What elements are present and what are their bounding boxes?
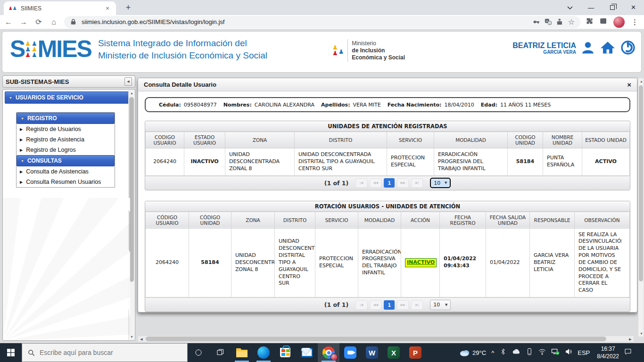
- network-shield-icon[interactable]: [551, 348, 560, 357]
- search-input[interactable]: [40, 349, 172, 356]
- keyboard-language-label[interactable]: ESP: [578, 349, 590, 356]
- window-chevron-icon[interactable]: [559, 0, 580, 15]
- word-button[interactable]: W: [361, 343, 383, 362]
- sidebar-item-usuarios-de-servicio[interactable]: ▼ USUARIOS DE SERVICIO: [5, 91, 133, 104]
- task-view-button[interactable]: [209, 343, 231, 362]
- next-page-button[interactable]: ▶▶: [397, 300, 409, 310]
- column-header[interactable]: RESPONSABLE: [530, 212, 575, 228]
- action-center-icon[interactable]: [624, 348, 632, 357]
- bluetooth-icon[interactable]: [499, 348, 507, 357]
- url-text[interactable]: siimies.inclusion.gob.ec/SIIMIES/vistas/…: [82, 18, 528, 25]
- chrome-button[interactable]: [318, 343, 339, 362]
- translate-icon[interactable]: A文: [545, 18, 552, 25]
- column-header[interactable]: CÓDIGO UNIDAD: [189, 212, 231, 228]
- column-header[interactable]: OBSERVACIÓN: [575, 212, 630, 228]
- scrollbar-thumb[interactable]: [146, 337, 606, 341]
- column-header[interactable]: MODALIDAD: [434, 132, 508, 148]
- edge-button[interactable]: [253, 343, 274, 362]
- microsoft-store-button[interactable]: [274, 343, 296, 362]
- browser-tab[interactable]: ♟♟ SIIMIES ×: [4, 1, 116, 15]
- column-header[interactable]: ZONA: [225, 132, 295, 148]
- prev-page-button[interactable]: ◀◀: [370, 300, 381, 310]
- column-header[interactable]: DISTRITO: [275, 212, 315, 228]
- scrollbar-thumb[interactable]: [639, 85, 643, 281]
- bookmark-star-icon[interactable]: ☆: [568, 17, 575, 26]
- clock-widget[interactable]: 16:37 8/4/2022: [597, 345, 619, 360]
- sidebar-scrollbar[interactable]: ▲ ▼: [128, 90, 134, 340]
- scroll-down-icon[interactable]: ▼: [638, 330, 644, 337]
- scroll-up-icon[interactable]: ▲: [638, 78, 644, 84]
- password-key-icon[interactable]: [533, 18, 540, 25]
- first-page-button[interactable]: |◀: [355, 300, 367, 310]
- column-header[interactable]: ZONA: [231, 212, 275, 228]
- main-vertical-scrollbar[interactable]: ▲ ▼: [638, 78, 644, 337]
- taskbar-search[interactable]: [22, 343, 188, 362]
- column-header[interactable]: ESTADO USUARIO: [184, 132, 225, 148]
- cortana-button[interactable]: [188, 343, 209, 362]
- window-restore-button[interactable]: [602, 0, 623, 15]
- back-icon[interactable]: ←: [4, 18, 13, 26]
- sidebar-item-registro-usuarios[interactable]: ▶ Registro de Usuarios: [17, 124, 115, 134]
- column-header[interactable]: MODALIDAD: [358, 212, 401, 228]
- volume-icon[interactable]: [565, 348, 572, 357]
- address-bar[interactable]: siimies.inclusion.gob.ec/SIIMIES/vistas/…: [64, 16, 580, 28]
- logout-power-icon[interactable]: [620, 40, 636, 57]
- column-header[interactable]: CODIGO USUARIO: [146, 132, 184, 148]
- profile-avatar[interactable]: [613, 16, 625, 28]
- your-phone-icon[interactable]: [526, 348, 533, 357]
- window-close-button[interactable]: ×: [623, 0, 644, 15]
- tray-chevron-icon[interactable]: ^: [491, 349, 494, 356]
- last-page-button[interactable]: ▶|: [411, 300, 423, 310]
- close-icon[interactable]: ×: [627, 81, 631, 89]
- mail-button[interactable]: [296, 343, 318, 362]
- sidebar-collapse-button[interactable]: ◀: [124, 77, 132, 86]
- share-icon[interactable]: [556, 18, 563, 25]
- powerpoint-button[interactable]: P: [405, 343, 426, 362]
- wifi-icon[interactable]: [538, 348, 546, 357]
- extensions-puzzle-icon[interactable]: [586, 17, 593, 26]
- page-size-select[interactable]: 10 ▼: [430, 178, 451, 188]
- new-tab-button[interactable]: +: [122, 1, 135, 14]
- sidebar-item-registro-logros[interactable]: ▶ Registro de Logros: [17, 145, 115, 155]
- column-header[interactable]: SERVICIO: [315, 212, 358, 228]
- page-size-select[interactable]: 10 ▼: [430, 300, 451, 310]
- column-header[interactable]: NOMBRE UNIDAD: [543, 132, 582, 148]
- column-header[interactable]: SERVICIO: [387, 132, 434, 148]
- column-header[interactable]: ACCIÓN: [401, 212, 440, 228]
- column-header[interactable]: FECHA SALIDA UNIDAD: [486, 212, 530, 228]
- column-header[interactable]: DISTRITO: [295, 132, 387, 148]
- column-header[interactable]: CÓDIGO USUARIO: [146, 212, 189, 228]
- scrollbar-thumb[interactable]: [129, 97, 134, 282]
- current-page-button[interactable]: 1: [384, 178, 395, 188]
- window-minimize-button[interactable]: —: [580, 0, 602, 15]
- tab-close-icon[interactable]: ×: [104, 5, 111, 12]
- sidebar-section-consultas[interactable]: ▼ CONSULTAS: [17, 155, 115, 166]
- start-button[interactable]: [0, 343, 22, 362]
- scroll-up-icon[interactable]: ▲: [129, 90, 135, 96]
- last-page-button[interactable]: ▶|: [411, 178, 423, 188]
- first-page-button[interactable]: |◀: [355, 178, 367, 188]
- next-page-button[interactable]: ▶▶: [397, 178, 409, 188]
- weather-widget[interactable]: 29°C: [459, 348, 486, 357]
- browser-menu-kebab-icon[interactable]: ⋮: [631, 18, 638, 26]
- file-explorer-button[interactable]: [231, 343, 253, 362]
- scroll-down-icon[interactable]: ▼: [129, 334, 135, 340]
- table-row[interactable]: 2064240 58184 UNIDAD DESCONCENTRADA ZONA…: [146, 228, 630, 297]
- home-nav-icon[interactable]: [600, 41, 616, 57]
- side-panel-icon[interactable]: [600, 17, 607, 26]
- current-page-button[interactable]: 1: [384, 300, 395, 310]
- excel-button[interactable]: X: [383, 343, 405, 362]
- main-horizontal-scrollbar[interactable]: ◀ ▶: [138, 336, 634, 342]
- scroll-left-icon[interactable]: ◀: [138, 336, 145, 343]
- column-header[interactable]: CODIGO UNIDAD: [508, 132, 543, 148]
- sidebar-item-registro-asistencia[interactable]: ▶ Registro de Asistencia: [17, 134, 115, 145]
- forward-icon[interactable]: →: [19, 18, 28, 26]
- column-header[interactable]: FECHA REGISTRO: [440, 212, 486, 228]
- sidebar-item-consulta-resumen[interactable]: ▶ Consulta Resumen Usuarios: [17, 177, 115, 187]
- user-profile-icon[interactable]: [581, 41, 595, 57]
- sidebar-section-registro[interactable]: ▼ REGISTRO: [17, 113, 115, 124]
- sidebar-item-consulta-asistencias[interactable]: ▶ Consulta de Asistencias: [17, 166, 115, 177]
- home-icon[interactable]: ⌂: [49, 18, 58, 26]
- table-row[interactable]: 2064240 INACTIVO UNIDAD DESCONCENTRADA Z…: [146, 148, 630, 176]
- prev-page-button[interactable]: ◀◀: [370, 178, 381, 188]
